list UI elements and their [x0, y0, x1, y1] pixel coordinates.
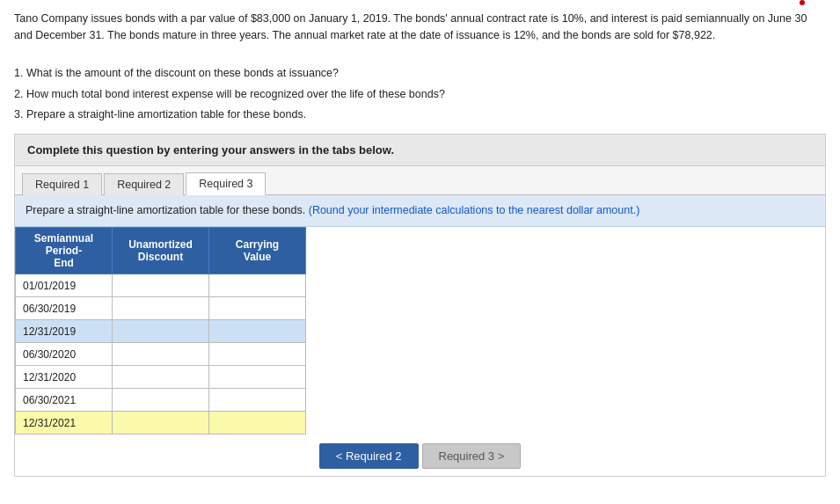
table-row-unamortized-5[interactable]: [113, 389, 209, 412]
unamortized-input-5[interactable]: [118, 394, 203, 406]
table-row-date-3: 06/30/2020: [16, 343, 113, 366]
problem-text: Tano Company issues bonds with a par val…: [14, 11, 823, 123]
col-header-unamortized: UnamortizedDiscount: [113, 228, 209, 274]
table-row-carrying-0[interactable]: [209, 274, 306, 297]
instruction-box: Complete this question by entering your …: [14, 134, 826, 166]
tab-required-1[interactable]: Required 1: [22, 173, 102, 195]
unamortized-input-6[interactable]: [118, 417, 203, 429]
table-row-carrying-5[interactable]: [209, 389, 306, 412]
note-parenthetical: (Round your intermediate calculations to…: [309, 204, 640, 216]
table-row-unamortized-0[interactable]: [113, 274, 209, 297]
instruction-note: Prepare a straight-line amortization tab…: [15, 195, 825, 227]
carrying-input-6[interactable]: [215, 417, 300, 429]
table-row-carrying-4[interactable]: [209, 366, 306, 389]
unamortized-input-1[interactable]: [118, 303, 203, 315]
next-label: Required 3 >: [439, 449, 505, 463]
prev-button[interactable]: < Required 2: [319, 443, 419, 469]
tab-content: Prepare a straight-line amortization tab…: [15, 195, 825, 476]
table-row-unamortized-4[interactable]: [113, 366, 209, 389]
carrying-input-1[interactable]: [215, 303, 300, 315]
instruction-text: Complete this question by entering your …: [27, 143, 394, 157]
table-row-unamortized-6[interactable]: [113, 412, 209, 435]
tab-required-2[interactable]: Required 2: [104, 173, 184, 195]
unamortized-input-2[interactable]: [118, 325, 203, 338]
table-row-date-6: 12/31/2021: [16, 412, 113, 435]
amortization-table: Semiannual Period-End UnamortizedDiscoun…: [15, 227, 306, 435]
table-row-carrying-6[interactable]: [209, 412, 306, 435]
table-row-date-0: 01/01/2019: [16, 274, 113, 297]
next-button[interactable]: Required 3 >: [422, 443, 522, 469]
table-row-carrying-2[interactable]: [209, 320, 306, 343]
col-header-carrying: CarryingValue: [209, 228, 306, 274]
unamortized-input-0[interactable]: [118, 280, 203, 292]
carrying-input-5[interactable]: [215, 394, 300, 406]
table-row-carrying-3[interactable]: [209, 343, 306, 366]
question-2: 2. How much total bond interest expense …: [14, 86, 823, 103]
prev-label: < Required 2: [336, 449, 402, 463]
table-row-unamortized-3[interactable]: [113, 343, 209, 366]
table-row-date-5: 06/30/2021: [16, 389, 113, 412]
question-1: 1. What is the amount of the discount on…: [14, 65, 823, 82]
note-main: Prepare a straight-line amortization tab…: [26, 204, 305, 216]
carrying-input-3[interactable]: [215, 348, 300, 361]
tabs-container: Required 1 Required 2 Required 3 Prepare…: [14, 166, 826, 477]
bottom-nav: < Required 2 Required 3 >: [15, 435, 825, 476]
col-header-period: Semiannual Period-End: [16, 228, 113, 274]
table-row-carrying-1[interactable]: [209, 297, 306, 320]
table-row-date-4: 12/31/2020: [16, 366, 113, 389]
carrying-input-4[interactable]: [215, 371, 300, 383]
problem-line-1: Tano Company issues bonds with a par val…: [14, 11, 823, 45]
tabs-row: Required 1 Required 2 Required 3: [15, 166, 825, 195]
table-row-unamortized-2[interactable]: [113, 320, 209, 343]
tab-required-3[interactable]: Required 3: [186, 172, 266, 195]
tab-dot-indicator: [800, 0, 805, 5]
table-row-date-2: 12/31/2019: [16, 320, 113, 343]
question-3: 3. Prepare a straight-line amortization …: [14, 106, 823, 123]
table-row-date-1: 06/30/2019: [16, 297, 113, 320]
carrying-input-0[interactable]: [215, 280, 300, 292]
table-row-unamortized-1[interactable]: [113, 297, 209, 320]
unamortized-input-3[interactable]: [118, 348, 203, 361]
unamortized-input-4[interactable]: [118, 371, 203, 383]
carrying-input-2[interactable]: [215, 325, 300, 338]
